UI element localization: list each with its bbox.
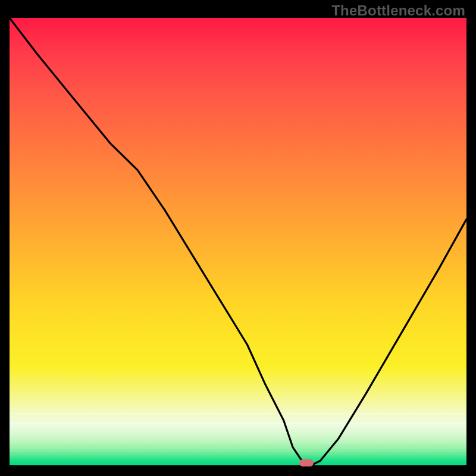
plot-area [10,18,466,465]
optimal-point-marker [299,459,314,466]
chart-frame: TheBottleneck.com [0,0,476,476]
watermark-text: TheBottleneck.com [331,2,465,19]
bottleneck-curve [10,18,466,465]
